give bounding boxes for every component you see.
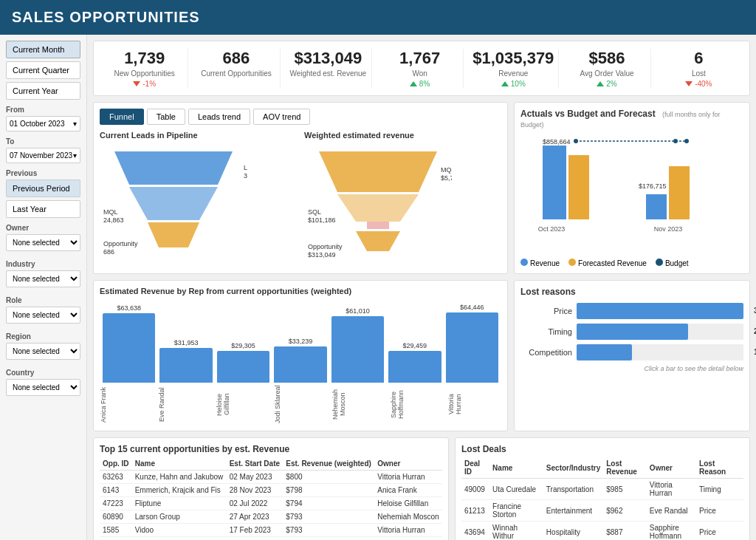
opp-cell-1-0: 6143 bbox=[100, 484, 132, 497]
rep-bar-col-5[interactable]: $29,459 bbox=[388, 342, 441, 383]
tab-leads-trend[interactable]: Leads trend bbox=[188, 109, 250, 125]
rep-value-1: $31,953 bbox=[174, 339, 199, 346]
lost-col-1: Name bbox=[489, 457, 543, 479]
funnel-revenue-title: Weighted estimated revenue bbox=[304, 131, 501, 140]
lost-reason-track-2: 1 bbox=[577, 344, 743, 360]
country-select[interactable]: None selected bbox=[6, 379, 80, 396]
lost-deal-row-1[interactable]: 61213Francine StortonEntertainment$962Ev… bbox=[461, 500, 743, 522]
rep-bar-col-3[interactable]: $33,239 bbox=[274, 338, 326, 383]
svg-text:MQL: MQL bbox=[441, 166, 452, 174]
lost-cell-0-4: Vittoria Hurran bbox=[647, 479, 696, 500]
lost-cell-2-5: Price bbox=[696, 522, 743, 541]
svg-text:$5,730,650: $5,730,650 bbox=[441, 174, 452, 182]
kpi-label-0: New Opportunities bbox=[106, 69, 183, 78]
rep-name-4: Nehemiah Moscon bbox=[331, 384, 346, 425]
lost-cell-1-0: 61213 bbox=[461, 500, 489, 522]
lost-cell-1-5: Price bbox=[696, 500, 743, 522]
opp-cell-1-4: Anica Frank bbox=[374, 484, 442, 497]
kpi-item-6: 6Lost -40% bbox=[656, 49, 742, 88]
lost-cell-2-0: 43694 bbox=[461, 522, 489, 541]
rep-bar-col-1[interactable]: $31,953 bbox=[159, 339, 212, 383]
kpi-label-4: Revenue bbox=[472, 69, 554, 78]
rep-bar-col-4[interactable]: $61,010 bbox=[331, 307, 384, 383]
lost-reason-row-2[interactable]: Competition1 bbox=[520, 344, 743, 360]
rep-bar-6 bbox=[446, 312, 498, 383]
role-select[interactable]: None selected bbox=[6, 307, 80, 324]
lost-cell-1-2: Entertainment bbox=[543, 500, 603, 522]
lost-deal-row-2[interactable]: 43694Winnah WithurHospitality$887Sapphir… bbox=[461, 522, 743, 541]
kpi-value-0: 1,739 bbox=[106, 49, 183, 68]
opp-cell-4-2: 17 Feb 2023 bbox=[227, 524, 284, 537]
lost-cell-0-5: Timing bbox=[696, 479, 743, 500]
lost-deal-row-0[interactable]: 49009Uta CuredaleTransportation$985Vitto… bbox=[461, 479, 743, 500]
rep-bar-col-6[interactable]: $64,446 bbox=[446, 304, 498, 383]
opp-col-0: Opp. ID bbox=[100, 457, 132, 471]
lost-cell-1-3: $962 bbox=[603, 500, 647, 522]
lost-cell-0-1: Uta Curedale bbox=[489, 479, 543, 500]
current-month-btn[interactable]: Current Month bbox=[6, 41, 80, 58]
previous-period-btn[interactable]: Previous Period bbox=[6, 180, 80, 197]
rep-name-2: Heloise Gilfillan bbox=[216, 384, 230, 425]
kpi-item-4: $1,035,379Revenue 10% bbox=[468, 49, 559, 88]
sidebar: Current Month Current Quarter Current Ye… bbox=[0, 35, 87, 540]
lost-cell-0-3: $985 bbox=[603, 479, 647, 500]
lost-reason-row-1[interactable]: Timing2 bbox=[520, 324, 743, 340]
industry-select[interactable]: None selected bbox=[6, 270, 80, 287]
lost-reason-row-0[interactable]: Price3 bbox=[520, 303, 743, 319]
lost-deals-panel: Lost Deals Deal IDNameSector/IndustryLos… bbox=[455, 437, 750, 540]
opp-cell-2-0: 47223 bbox=[100, 497, 132, 510]
lost-cell-2-4: Sapphire Hoffmann bbox=[647, 522, 696, 541]
lost-reason-label-2: Competition bbox=[520, 348, 572, 357]
kpi-item-0: 1,739New Opportunities -1% bbox=[101, 49, 188, 88]
tab-funnel[interactable]: Funnel bbox=[100, 109, 144, 125]
kpi-value-2: $313,049 bbox=[289, 49, 367, 68]
last-year-btn[interactable]: Last Year bbox=[6, 200, 80, 218]
opp-row-2[interactable]: 47223Fliptune02 Jul 2022$794Heloise Gilf… bbox=[100, 497, 442, 510]
rep-name-0: Anica Frank bbox=[100, 384, 107, 425]
svg-text:Oct 2023: Oct 2023 bbox=[538, 225, 566, 233]
region-select[interactable]: None selected bbox=[6, 343, 80, 360]
owner-select[interactable]: None selected bbox=[6, 234, 80, 251]
to-date[interactable]: 07 November 2023 ▾ bbox=[6, 148, 80, 163]
lost-reasons-panel: Lost reasons Price3Timing2Competition1 C… bbox=[514, 280, 750, 431]
svg-marker-16 bbox=[356, 231, 400, 251]
owner-label: Owner bbox=[6, 224, 80, 232]
rep-bar-col-2[interactable]: $29,305 bbox=[217, 342, 269, 383]
kpi-change-3: 8% bbox=[381, 80, 458, 88]
funnel-panel: FunnelTableLeads trendAOV trend Current … bbox=[93, 102, 508, 274]
lost-cell-1-4: Eve Randal bbox=[647, 500, 696, 522]
opp-cell-0-1: Kunze, Hahn and Jakubow bbox=[132, 471, 227, 484]
svg-rect-13 bbox=[367, 222, 389, 229]
rep-name-3: Jodi Sklareal bbox=[274, 384, 281, 425]
tab-table[interactable]: Table bbox=[147, 109, 185, 125]
lost-reason-label-1: Timing bbox=[520, 327, 572, 336]
tab-aov-trend[interactable]: AOV trend bbox=[253, 109, 310, 125]
opp-cell-4-0: 1585 bbox=[100, 524, 132, 537]
lost-reason-track-1: 2 bbox=[577, 324, 743, 340]
kpi-item-1: 686Current Opportunities bbox=[193, 49, 280, 88]
opp-cell-4-1: Vidoo bbox=[132, 524, 227, 537]
header: SALES OPPORTUNITIES bbox=[0, 0, 756, 35]
rep-name-6: Vittoria Hurran bbox=[447, 384, 462, 425]
lost-deals-title: Lost Deals bbox=[461, 444, 743, 454]
opp-row-1[interactable]: 6143Emmerich, Krajcik and Fis28 Nov 2023… bbox=[100, 484, 442, 497]
from-date[interactable]: 01 October 2023 ▾ bbox=[6, 116, 80, 131]
current-quarter-btn[interactable]: Current Quarter bbox=[6, 61, 80, 79]
svg-marker-3 bbox=[129, 187, 218, 220]
svg-rect-28 bbox=[669, 166, 690, 219]
opp-cell-3-4: Nehemiah Moscon bbox=[374, 510, 442, 524]
kpi-item-2: $313,049Weighted est. Revenue bbox=[285, 49, 372, 88]
opp-row-4[interactable]: 1585Vidoo17 Feb 2023$793Vittoria Hurran bbox=[100, 524, 442, 537]
lost-reason-fill-2 bbox=[577, 344, 632, 360]
lost-col-3: Lost Revenue bbox=[603, 457, 647, 479]
opp-row-0[interactable]: 63263Kunze, Hahn and Jakubow02 May 2023$… bbox=[100, 471, 442, 484]
opp-cell-1-2: 28 Nov 2023 bbox=[227, 484, 284, 497]
est-revenue-title: Estimated Revenue by Rep from current op… bbox=[100, 287, 501, 295]
budget-chart[interactable]: $858,664 Oct 2023 $176,715 bbox=[520, 135, 742, 253]
kpi-value-4: $1,035,379 bbox=[472, 49, 554, 68]
current-year-btn[interactable]: Current Year bbox=[6, 82, 80, 100]
est-revenue-panel: Estimated Revenue by Rep from current op… bbox=[93, 280, 508, 431]
rep-bar-col-0[interactable]: $63,638 bbox=[103, 304, 155, 383]
opp-table: Opp. IDNameEst. Start DateEst. Revenue (… bbox=[100, 457, 442, 537]
opp-row-3[interactable]: 60890Larson Group27 Apr 2023$793Nehemiah… bbox=[100, 510, 442, 524]
